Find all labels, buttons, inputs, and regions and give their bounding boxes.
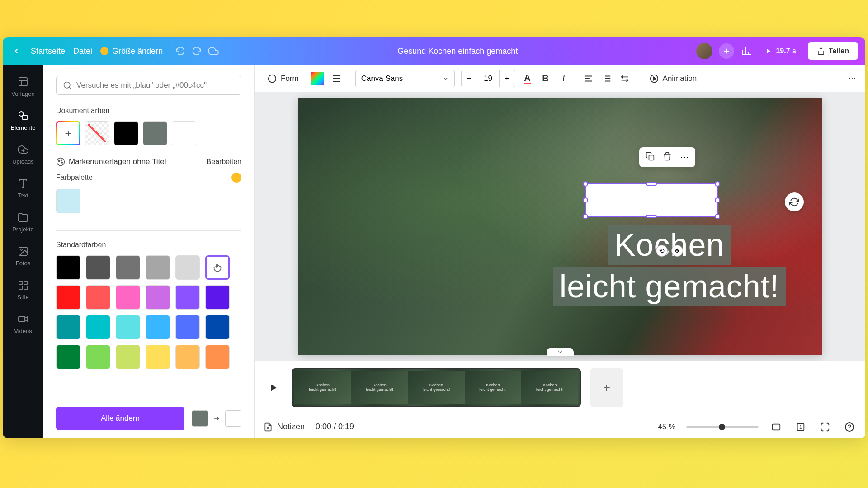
default-color-swatch[interactable] [205,255,230,280]
palette-swatch[interactable] [56,189,80,213]
rail-styles[interactable]: Stile [3,273,43,307]
redo-button[interactable] [192,46,202,56]
rail-uploads[interactable]: Uploads [3,137,43,171]
rail-projects[interactable]: Projekte [3,205,43,239]
more-button[interactable]: ⋯ [846,73,858,84]
default-color-swatch[interactable] [146,285,170,310]
video-frame[interactable]: ⋯ Kochen ⟲✥ leicht gemacht! [298,98,822,355]
italic-button[interactable]: I [558,73,570,84]
fullscreen-button[interactable] [818,420,832,434]
color-search[interactable] [56,76,241,95]
zoom-slider[interactable] [686,426,759,428]
form-button[interactable]: Form [262,70,304,87]
insights-button[interactable] [741,45,752,57]
add-page-button[interactable]: + [590,368,623,407]
move-handle[interactable]: ✥ [671,245,683,257]
photos-icon [17,245,29,257]
brand-edit-button[interactable]: Bearbeiten [207,158,241,166]
default-color-swatch[interactable] [146,315,170,339]
animation-button[interactable]: Animation [644,70,703,87]
help-button[interactable] [843,420,856,434]
list-button[interactable] [601,73,613,84]
default-color-swatch[interactable] [86,315,110,339]
default-color-swatch[interactable] [56,315,80,339]
timeline-clip[interactable]: 19.7s [292,368,581,407]
text-color-button[interactable]: A [522,73,533,84]
default-color-swatch[interactable] [175,255,200,280]
change-all-button[interactable]: Alle ändern [56,407,184,430]
cloud-sync-icon[interactable] [208,46,219,56]
grid-view-button[interactable] [769,420,783,434]
increase-size-button[interactable]: + [500,70,515,87]
selection-box[interactable] [585,183,718,217]
from-color-swatch [192,410,208,427]
default-color-swatch[interactable] [56,345,80,369]
rail-elements[interactable]: Elemente [3,103,43,137]
text-line-2[interactable]: leicht gemacht! [553,267,786,306]
color-search-input[interactable] [76,81,235,90]
default-color-swatch[interactable] [146,345,170,369]
undo-button[interactable] [175,46,185,56]
doc-color-swatch[interactable] [172,121,196,145]
doc-color-swatch[interactable] [143,121,167,145]
nav-file[interactable]: Datei [73,47,92,56]
add-collaborator-button[interactable] [719,43,734,59]
default-color-swatch[interactable] [116,345,140,369]
font-select[interactable]: Canva Sans [355,70,455,87]
preview-play-button[interactable]: 19.7 s [759,44,801,58]
share-button[interactable]: Teilen [808,42,858,60]
bold-button[interactable]: B [540,73,552,84]
zoom-value: 45 % [658,422,675,432]
canvas-stage: ⋯ Kochen ⟲✥ leicht gemacht! [255,92,865,361]
spacing-button[interactable] [619,73,631,84]
default-color-swatch[interactable] [205,285,230,310]
default-color-swatch[interactable] [86,255,110,280]
default-colors-label: Standardfarben [56,241,241,249]
timeline-play-button[interactable] [264,378,283,397]
rail-photos[interactable]: Fotos [3,239,43,273]
svg-point-12 [58,160,60,162]
page-number-badge[interactable]: 1 [794,420,807,434]
styles-icon [17,279,29,291]
decrease-size-button[interactable]: − [462,70,477,87]
align-button[interactable] [583,73,594,84]
default-color-swatch[interactable] [205,315,230,339]
fill-color-button[interactable] [311,72,324,85]
add-color-button[interactable]: + [56,121,80,145]
default-color-swatch[interactable] [116,315,140,339]
doc-color-swatch[interactable] [114,121,138,145]
rail-videos[interactable]: Videos [3,307,43,341]
regenerate-button[interactable] [785,192,804,211]
default-color-swatch[interactable] [116,255,140,280]
default-color-swatch[interactable] [56,255,80,280]
rail-templates[interactable]: Vorlagen [3,70,43,103]
notes-button[interactable]: Notizen [264,422,305,432]
user-avatar[interactable] [696,43,712,59]
border-style-button[interactable] [330,73,342,84]
default-color-swatch[interactable] [56,285,80,310]
default-color-swatch[interactable] [86,345,110,369]
document-title[interactable]: Gesund Kochen einfach gemacht [227,47,688,56]
delete-button[interactable] [663,152,672,163]
nav-resize[interactable]: Größe ändern [100,47,163,56]
playback-time: 0:00 / 0:19 [316,422,354,432]
collapse-timeline-tab[interactable] [547,348,574,356]
more-options-button[interactable]: ⋯ [680,152,689,163]
font-size-value[interactable]: 19 [477,70,500,87]
canvas-text-overlay[interactable]: Kochen ⟲✥ leicht gemacht! [553,224,786,307]
default-color-swatch[interactable] [175,315,200,339]
back-button[interactable] [10,45,23,57]
default-color-swatch[interactable] [116,285,140,310]
default-color-swatch[interactable] [146,255,170,280]
default-color-swatch[interactable] [175,345,200,369]
default-color-swatch[interactable] [205,345,230,369]
rail-text[interactable]: Text [3,171,43,205]
duplicate-button[interactable] [646,152,655,163]
rotate-handle[interactable]: ⟲ [656,245,668,257]
transparent-swatch[interactable] [85,121,109,145]
projects-icon [17,211,29,223]
nav-home[interactable]: Startseite [31,47,65,56]
default-color-swatch[interactable] [175,285,200,310]
app-frame: Startseite Datei Größe ändern Gesund Koc… [3,37,865,438]
default-color-swatch[interactable] [86,285,110,310]
